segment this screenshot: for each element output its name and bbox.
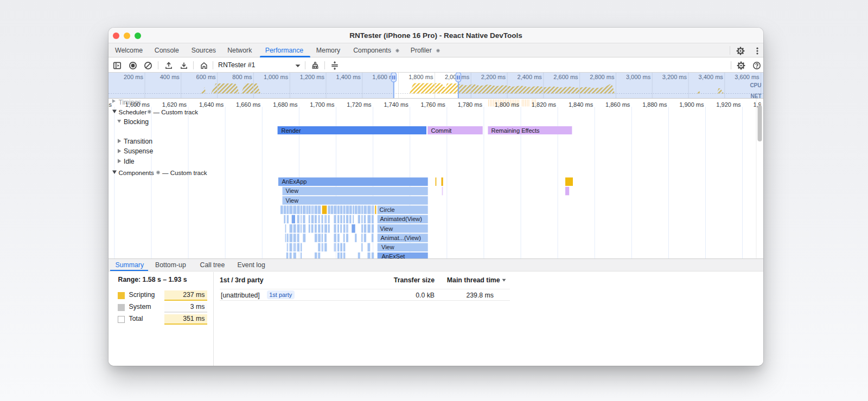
svg-text:1,620 ms: 1,620 ms	[162, 101, 187, 108]
svg-text:View: View	[286, 187, 299, 194]
svg-text:View: View	[380, 225, 393, 232]
svg-text:Components: Components	[119, 170, 154, 176]
svg-text:AnExSet: AnExSet	[382, 253, 405, 258]
svg-text:1,640 ms: 1,640 ms	[199, 101, 224, 108]
svg-text:Transition: Transition	[124, 138, 152, 145]
svg-text:1,720 ms: 1,720 ms	[347, 101, 372, 108]
svg-text:1,680 ms: 1,680 ms	[273, 101, 298, 108]
svg-text:Blocking: Blocking	[124, 118, 149, 126]
svg-text:1,660 ms: 1,660 ms	[236, 101, 261, 108]
svg-text:1,800 ms: 1,800 ms	[409, 74, 433, 80]
svg-text:1,860 ms: 1,860 ms	[605, 101, 630, 108]
svg-text:1,580 ms: 1,580 ms	[108, 101, 112, 108]
svg-text:1,900 ms: 1,900 ms	[679, 101, 704, 108]
svg-text:Idle: Idle	[124, 158, 135, 165]
svg-text:Scheduler: Scheduler	[119, 109, 147, 115]
svg-text:— Custom track: — Custom track	[154, 109, 199, 115]
svg-text:Animated(View): Animated(View)	[380, 216, 422, 222]
svg-text:View: View	[286, 197, 299, 204]
svg-text:1,800 ms: 1,800 ms	[495, 101, 520, 108]
svg-text:1,740 ms: 1,740 ms	[384, 101, 409, 108]
svg-text:AnExApp: AnExApp	[282, 178, 307, 185]
svg-text:Circle: Circle	[380, 206, 395, 213]
svg-text:1,840 ms: 1,840 ms	[569, 101, 593, 108]
svg-text:1,920 ms: 1,920 ms	[716, 101, 741, 108]
svg-text:— Custom track: — Custom track	[162, 170, 207, 176]
svg-text:1,780 ms: 1,780 ms	[458, 101, 483, 108]
svg-text:Animat...(View): Animat...(View)	[381, 235, 421, 241]
svg-text:Commit: Commit	[431, 127, 452, 134]
svg-text:1,700 ms: 1,700 ms	[310, 101, 335, 108]
svg-text:View: View	[381, 244, 394, 250]
svg-text:1,880 ms: 1,880 ms	[642, 101, 667, 108]
svg-text:1,820 ms: 1,820 ms	[532, 101, 557, 108]
svg-text:Render: Render	[282, 127, 301, 134]
svg-text:Suspense: Suspense	[124, 147, 153, 155]
svg-text:1,760 ms: 1,760 ms	[421, 101, 446, 108]
svg-text:1,600 ms: 1,600 ms	[125, 101, 150, 108]
svg-text:Remaining Effects: Remaining Effects	[492, 127, 540, 134]
